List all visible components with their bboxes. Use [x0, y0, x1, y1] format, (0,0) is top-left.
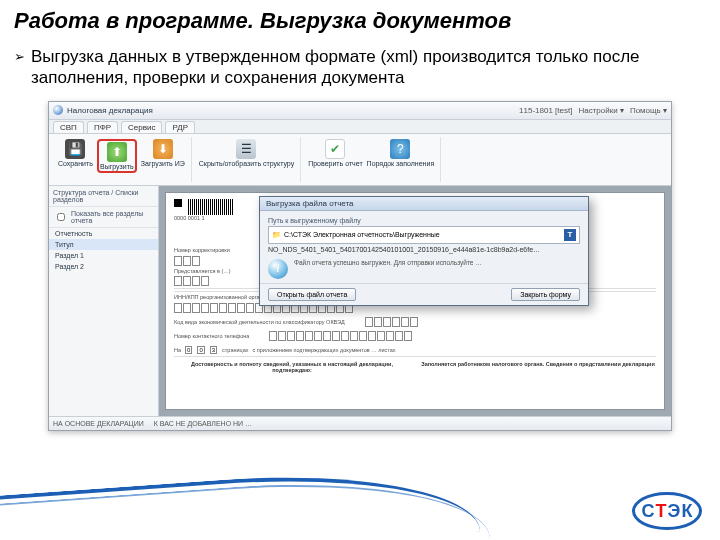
tree-item-title[interactable]: Титул	[49, 239, 158, 250]
bullet-point: ➢ Выгрузка данных в утвержденном формате…	[0, 36, 720, 95]
ribbon-tabs: СВП ПФР Сервис РДР	[49, 120, 671, 134]
logo-letter: Э	[668, 501, 681, 522]
black-square-marker	[174, 199, 182, 207]
pages-tail: с приложением подтверждающих документов …	[253, 347, 396, 354]
folder-path: C:\СТЭК Электронная отчетность\Выгруженн…	[284, 231, 440, 238]
pages-on: На	[174, 347, 181, 354]
settings-menu[interactable]: Настройки ▾	[578, 106, 623, 115]
tab-pfr[interactable]: ПФР	[87, 121, 118, 133]
show-all-input[interactable]	[57, 213, 65, 221]
upload-icon: ⬆	[107, 142, 127, 162]
status-bar: НА ОСНОВЕ ДЕКЛАРАЦИИ К ВАС НЕ ДОБАВЛЕНО …	[49, 416, 671, 430]
app-title: Налоговая декларация	[67, 106, 153, 115]
download-icon: ⬇	[153, 139, 173, 159]
path-field[interactable]: 📁 C:\СТЭК Электронная отчетность\Выгруже…	[268, 226, 580, 244]
ribbon: 💾 Сохранить ⬆ Выгрузить ⬇ Загрузить ИЭ ☰…	[49, 134, 671, 186]
pages-word: страницах	[222, 347, 248, 354]
tree[interactable]: Отчетность Титул Раздел 1 Раздел 2	[49, 228, 158, 416]
page-count-2: 0	[197, 346, 204, 354]
tab-svp[interactable]: СВП	[53, 121, 84, 133]
close-dialog-button[interactable]: Закрыть форму	[511, 288, 580, 301]
info-icon: i	[268, 259, 288, 279]
save-button[interactable]: 💾 Сохранить	[58, 139, 93, 167]
structure-button[interactable]: ☰ Скрыть/отобразить структуру	[199, 139, 294, 167]
open-file-button[interactable]: Открыть файл отчета	[268, 288, 356, 301]
status-left: НА ОСНОВЕ ДЕКЛАРАЦИИ	[53, 420, 144, 427]
show-all-checkbox[interactable]: Показать все разделы отчета	[53, 210, 154, 224]
folder-icon: 📁	[272, 231, 281, 239]
info-message: Файл отчета успешно выгружен. Для отправ…	[294, 259, 580, 267]
structure-icon: ☰	[236, 139, 256, 159]
side-panel-head: Структура отчета / Списки разделов	[49, 186, 158, 207]
col1-header: Достоверность и полноту сведений, указан…	[174, 361, 410, 373]
exported-filename: NO_NDS_5401_5401_5401700142540101001_201…	[268, 246, 580, 253]
path-caption: Путь к выгруженному файлу	[268, 217, 580, 224]
check-icon: ✔	[325, 139, 345, 159]
tab-service[interactable]: Сервис	[121, 121, 162, 133]
barcode	[188, 199, 234, 215]
tree-item-root[interactable]: Отчетность	[49, 228, 158, 239]
save-icon: 💾	[65, 139, 85, 159]
export-dialog: Выгрузка файла отчета Путь к выгруженном…	[259, 196, 589, 306]
check-label: Проверить отчет	[308, 160, 362, 167]
logo-letter: Т	[656, 501, 667, 522]
side-panel: Структура отчета / Списки разделов Показ…	[49, 186, 159, 416]
page-count-3: 3	[210, 346, 217, 354]
help-icon: ?	[390, 139, 410, 159]
help-button[interactable]: ? Порядок заполнения	[367, 139, 435, 167]
titlebar: Налоговая декларация 115-1801 [test] Нас…	[49, 102, 671, 120]
stek-logo: С Т Э К	[632, 492, 702, 530]
show-all-label: Показать все разделы отчета	[71, 210, 154, 224]
boxes-phone[interactable]	[269, 331, 412, 341]
user-badge: 115-1801 [test]	[519, 106, 572, 115]
tree-item-section1[interactable]: Раздел 1	[49, 250, 158, 261]
highlight-upload: ⬆ Выгрузить	[97, 139, 137, 173]
dialog-title: Выгрузка файла отчета	[260, 197, 588, 211]
page-count-1: 0	[185, 346, 192, 354]
save-label: Сохранить	[58, 160, 93, 167]
phone-label: Номер контактного телефона	[174, 333, 249, 340]
structure-label: Скрыть/отобразить структуру	[199, 160, 294, 167]
tree-item-section2[interactable]: Раздел 2	[49, 261, 158, 272]
upload-label: Выгрузить	[100, 163, 134, 170]
app-icon	[53, 105, 63, 115]
okved-label: Код вида экономической деятельности по к…	[174, 319, 345, 326]
help-menu[interactable]: Помощь ▾	[630, 106, 667, 115]
download-button[interactable]: ⬇ Загрузить ИЭ	[141, 139, 185, 167]
bullet-marker: ➢	[14, 46, 31, 89]
upload-button[interactable]: ⬆ Выгрузить	[100, 142, 134, 170]
logo-letter: К	[681, 501, 692, 522]
browse-button[interactable]: T	[564, 229, 576, 241]
download-label: Загрузить ИЭ	[141, 160, 185, 167]
check-button[interactable]: ✔ Проверить отчет	[308, 139, 362, 167]
slide-title: Работа в программе. Выгрузка документов	[0, 0, 720, 36]
decorative-swoosh	[0, 462, 480, 540]
boxes-okved[interactable]	[365, 317, 418, 327]
bullet-text: Выгрузка данных в утвержденном формате (…	[31, 46, 706, 89]
help-label: Порядок заполнения	[367, 160, 435, 167]
tab-rdr[interactable]: РДР	[165, 121, 195, 133]
logo-letter: С	[642, 501, 655, 522]
status-mid: К ВАС НЕ ДОБАВЛЕНО НИ …	[154, 420, 252, 427]
col2-header: Заполняется работником налогового органа…	[420, 361, 656, 373]
application-window: Налоговая декларация 115-1801 [test] Нас…	[48, 101, 672, 431]
